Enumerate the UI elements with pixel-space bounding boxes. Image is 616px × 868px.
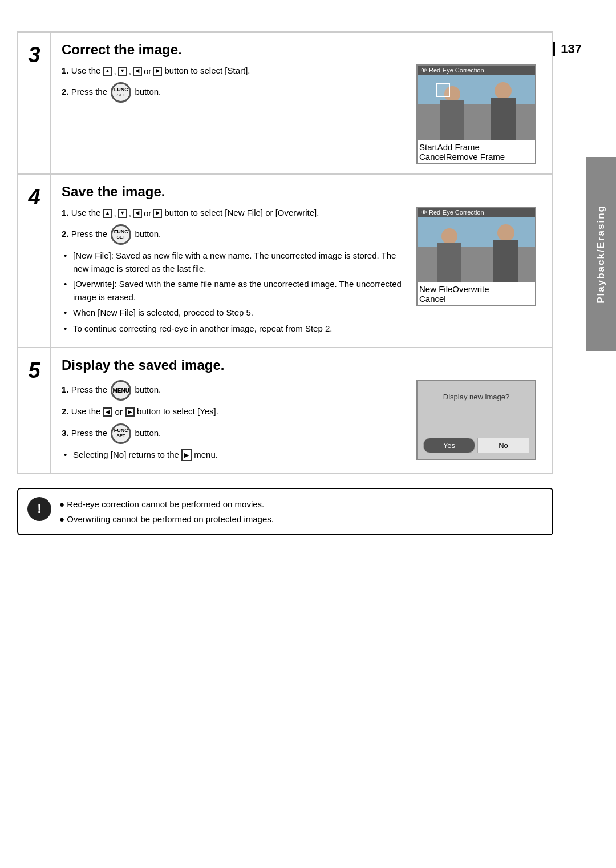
step-5-arrows: ◀ or ▶: [103, 406, 135, 419]
step-4-arrows: ▲ , ▼ , ◀ or ▶: [103, 207, 163, 220]
eye-icon: 👁: [421, 67, 427, 74]
arrow-down-2-icon: ▼: [118, 209, 127, 218]
screen-4-footer-row2: Cancel: [419, 294, 533, 304]
note-item-1: ● Red-eye correction cannot be performed…: [59, 497, 274, 512]
step-5-instruction-1: 1. Press the MENU button.: [62, 380, 407, 401]
note-block: ! ● Red-eye correction cannot be perform…: [17, 488, 553, 535]
step-4-content: Save the image. 1. Use the ▲ , ▼ , ◀ or: [51, 175, 552, 347]
display-yes-btn: Yes: [423, 438, 475, 453]
screen-3-title-bar: 👁 Red-Eye Correction: [418, 66, 535, 75]
step-4-screen: 👁 Red-Eye Correction: [416, 207, 542, 338]
screen-4-title: Red-Eye Correction: [429, 209, 484, 216]
step-4-text: 1. Use the ▲ , ▼ , ◀ or ▶ button to sele…: [62, 207, 407, 338]
bullet-4-2: [Overwrite]: Saved with the same file na…: [62, 278, 407, 304]
step-3-block: 3 Correct the image. 1. Use the ▲ , ▼ , …: [17, 31, 553, 175]
step-5-bullets: Selecting [No] returns to the ▶ menu.: [62, 449, 407, 462]
step-3-instruction-2: 2. Press the FUNC SET button.: [62, 82, 407, 103]
screen-3-footer: Start Add Frame Cancel Remove Frame: [418, 140, 535, 163]
arrow-down-icon: ▼: [118, 67, 127, 76]
step-3-arrows: ▲ , ▼ , ◀ or ▶: [103, 65, 163, 78]
step-4-instruction-1: 1. Use the ▲ , ▼ , ◀ or ▶ button to sele…: [62, 207, 407, 220]
step-4-block: 4 Save the image. 1. Use the ▲ , ▼ , ◀: [17, 175, 553, 348]
screen-4-footer: New File Overwrite Cancel: [418, 282, 535, 305]
arrow-right-3-icon: ▶: [125, 407, 135, 417]
step-5-instruction-3: 3. Press the FUNC SET button.: [62, 423, 407, 444]
screen-4-footer-row1: New File Overwrite: [419, 284, 533, 294]
step-4-instruction-2: 2. Press the FUNC SET button.: [62, 224, 407, 245]
step-5-instruction-2: 2. Use the ◀ or ▶ button to select [Yes]…: [62, 405, 407, 418]
step-5-text: 1. Press the MENU button. 2. Use the ◀ o…: [62, 380, 407, 464]
screen-4-newfile-btn: New File: [419, 284, 452, 294]
step-4-with-image: 1. Use the ▲ , ▼ , ◀ or ▶ button to sele…: [62, 207, 542, 338]
step-5-number: 5: [18, 348, 51, 473]
arrow-up-icon: ▲: [103, 67, 112, 76]
step-3-text: 1. Use the ▲ , ▼ , ◀ or ▶ button to sele…: [62, 64, 407, 164]
step-5-content: Display the saved image. 1. Press the ME…: [51, 348, 552, 473]
screen-3-footer-row2: Cancel Remove Frame: [419, 152, 533, 162]
step-5-with-image: 1. Press the MENU button. 2. Use the ◀ o…: [62, 380, 542, 464]
screen-3-start-btn: Start: [419, 142, 437, 152]
step-5-block: 5 Display the saved image. 1. Press the …: [17, 348, 553, 474]
arrow-right-icon: ▶: [153, 67, 162, 76]
step-5-screen: Display new image? Yes No: [416, 380, 542, 464]
display-screen-prompt: Display new image?: [443, 393, 509, 401]
note-text: ● Red-eye correction cannot be performed…: [59, 497, 274, 526]
arrow-left-2-icon: ◀: [133, 209, 142, 218]
step-5-title: Display the saved image.: [62, 357, 542, 373]
step-3-content: Correct the image. 1. Use the ▲ , ▼ , ◀ …: [51, 33, 552, 173]
func-set-button-icon: FUNC SET: [111, 82, 131, 103]
screen-3-cancel-btn: Cancel: [419, 152, 446, 162]
step-3-with-image: 1. Use the ▲ , ▼ , ◀ or ▶ button to sele…: [62, 64, 542, 164]
menu-button-icon: MENU: [111, 380, 131, 401]
step-3-title: Correct the image.: [62, 42, 542, 58]
func-set-2-button-icon: FUNC SET: [111, 224, 131, 245]
screen-3-removeframe-btn: Remove Frame: [446, 152, 505, 162]
arrow-up-2-icon: ▲: [103, 209, 112, 218]
step-4-title: Save the image.: [62, 184, 542, 200]
sidebar-label: Playback/Erasing: [595, 205, 607, 304]
arrow-left-icon: ◀: [133, 67, 142, 76]
screen-3-title: Red-Eye Correction: [429, 67, 484, 74]
display-screen: Display new image? Yes No: [416, 380, 536, 460]
step-3-instruction-1: 1. Use the ▲ , ▼ , ◀ or ▶ button to sele…: [62, 64, 407, 78]
display-screen-buttons: Yes No: [423, 438, 529, 453]
bullet-5-1: Selecting [No] returns to the ▶ menu.: [62, 449, 407, 462]
screen-3-addframe-btn: Add Frame: [437, 142, 480, 152]
playback-icon: ▶: [181, 449, 192, 461]
screen-4-overwrite-btn: Overwrite: [452, 284, 489, 294]
arrow-left-3-icon: ◀: [103, 407, 112, 417]
page-number: 137: [553, 42, 582, 56]
step-3-screen: 👁 Red-Eye Correction: [416, 64, 542, 164]
bullet-4-1: [New File]: Saved as new file with a new…: [62, 249, 407, 275]
note-item-2: ● Overwriting cannot be performed on pro…: [59, 512, 274, 527]
step-3-number: 3: [18, 33, 51, 173]
content-area: 3 Correct the image. 1. Use the ▲ , ▼ , …: [17, 31, 582, 535]
step-4-bullets: [New File]: Saved as new file with a new…: [62, 249, 407, 335]
screen-4-title-bar: 👁 Red-Eye Correction: [418, 208, 535, 217]
eye-2-icon: 👁: [421, 209, 427, 216]
display-no-btn: No: [477, 438, 529, 453]
page-wrapper: 137 Playback/Erasing 3 Correct the image…: [0, 31, 616, 868]
step-4-number: 4: [18, 175, 51, 347]
caution-icon: !: [27, 497, 51, 521]
bullet-4-4: To continue correcting red-eye in anothe…: [62, 322, 407, 336]
screen-4-cancel-btn: Cancel: [419, 294, 446, 304]
screen-3-footer-row1: Start Add Frame: [419, 142, 533, 152]
screen-3-photo: [418, 75, 535, 140]
func-set-3-button-icon: FUNC SET: [111, 423, 131, 444]
sidebar-tab: Playback/Erasing: [586, 157, 616, 351]
arrow-right-2-icon: ▶: [153, 209, 162, 218]
bullet-4-3: When [New File] is selected, proceed to …: [62, 306, 407, 320]
screen-4-photo: [418, 217, 535, 282]
